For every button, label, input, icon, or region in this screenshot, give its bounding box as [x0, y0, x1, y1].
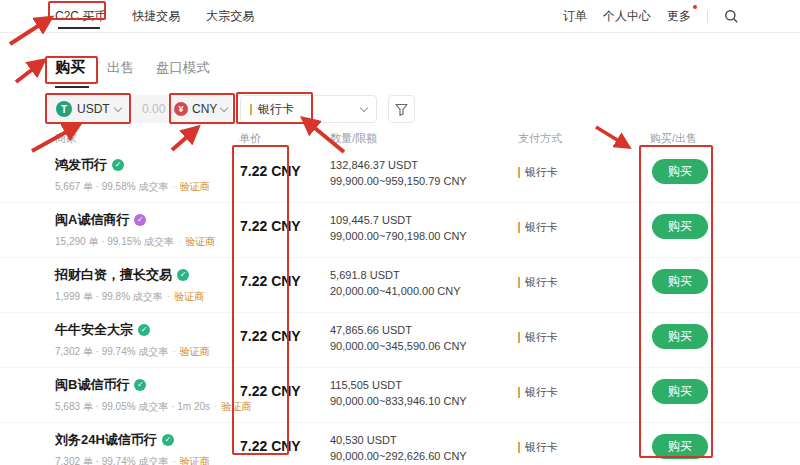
arrow-to-buy-tab	[16, 62, 42, 82]
yuan-icon: ¥	[174, 102, 188, 116]
buy-button[interactable]: 购买	[652, 379, 708, 404]
chevron-down-icon	[113, 103, 121, 111]
merchant-name[interactable]: 刘务24H诚信币行	[55, 431, 157, 449]
available-quantity: 115,505 USDT	[330, 377, 467, 393]
payment-method: 银行卡	[525, 220, 558, 235]
bank-card-icon	[518, 222, 520, 233]
available-quantity: 132,846.37 USDT	[330, 157, 467, 173]
order-limit: 90,000.00~833,946.10 CNY	[330, 393, 467, 409]
verified-badge-icon: ✓	[134, 214, 146, 226]
amount-filter: ¥ CNY	[132, 95, 232, 123]
bank-card-icon	[518, 442, 520, 453]
top-nav: C2C 买币 快捷交易 大宗交易 订单 个人中心 更多	[0, 0, 800, 33]
funnel-icon	[395, 103, 408, 116]
payment-cell: 银行卡	[518, 330, 558, 345]
available-quantity: 5,691.8 USDT	[330, 267, 461, 283]
nav-item-profile[interactable]: 个人中心	[603, 8, 651, 25]
tab-sell[interactable]: 出售	[107, 59, 134, 77]
qty-limit-cell: 40,530 USDT 90,000.00~292,626.60 CNY	[330, 432, 467, 464]
order-limit: 99,900.00~959,150.79 CNY	[330, 173, 467, 189]
merchant-verified-label: 验证商	[174, 291, 204, 302]
order-limit: 20,000.00~41,000.00 CNY	[330, 283, 461, 299]
header-price: 单价	[239, 131, 261, 146]
merchant-name[interactable]: 闽B诚信币行	[55, 376, 129, 394]
merchant-cell: 鸿发币行 ✓ 5,667 单 · 99.58% 成交率·验证商	[55, 156, 210, 194]
merchant-stats: 7,302 单 · 99.74% 成交率	[55, 456, 168, 465]
bank-card-icon	[518, 332, 520, 343]
order-limit: 90,000.00~345,590.06 CNY	[330, 338, 467, 354]
buy-button[interactable]: 购买	[652, 269, 708, 294]
tab-buy[interactable]: 购买	[55, 58, 85, 77]
merchant-stats: 1,999 单 · 99.8% 成交率	[55, 291, 163, 302]
buy-button[interactable]: 购买	[652, 434, 708, 459]
c2c-trading-page: C2C 买币 快捷交易 大宗交易 订单 个人中心 更多 购买 出售 盘口模式 T…	[0, 0, 800, 465]
qty-limit-cell: 109,445.7 USDT 99,000.00~790,198.00 CNY	[330, 212, 467, 244]
unit-price: 7.22 CNY	[240, 218, 301, 234]
verified-badge-icon: ✓	[112, 159, 124, 171]
merchant-name[interactable]: 招财白资，擅长交易	[55, 266, 172, 284]
payment-method: 银行卡	[525, 440, 558, 455]
payment-cell: 银行卡	[518, 440, 558, 455]
payment-select[interactable]: 银行卡	[240, 95, 377, 123]
tab-orderbook-mode[interactable]: 盘口模式	[156, 59, 210, 77]
payment-select-value: 银行卡	[258, 101, 294, 118]
merchant-name[interactable]: 闽A诚信商行	[55, 211, 129, 229]
merchant-stats: 7,302 单 · 99.74% 成交率	[55, 346, 168, 357]
merchant-verified-label: 验证商	[185, 236, 215, 247]
amount-input[interactable]	[140, 101, 174, 117]
header-payment: 支付方式	[518, 131, 562, 146]
available-quantity: 109,445.7 USDT	[330, 212, 467, 228]
payment-cell: 银行卡	[518, 275, 558, 290]
unit-price: 7.22 CNY	[240, 163, 301, 179]
buy-button[interactable]: 购买	[652, 159, 708, 184]
active-tab-indicator	[55, 86, 89, 88]
nav-item-c2c-buy[interactable]: C2C 买币	[55, 8, 106, 25]
header-qty-limit: 数量/限额	[330, 131, 377, 146]
active-nav-indicator	[58, 27, 100, 29]
available-quantity: 47,865.66 USDT	[330, 322, 467, 338]
order-limit: 90,000.00~292,626.60 CNY	[330, 448, 467, 464]
payment-method: 银行卡	[525, 275, 558, 290]
qty-limit-cell: 5,691.8 USDT 20,000.00~41,000.00 CNY	[330, 267, 461, 299]
table-row: 闽A诚信商行 ✓ 15,290 单 · 99.15% 成交率·验证商 7.22 …	[0, 203, 800, 258]
nav-item-block-trade[interactable]: 大宗交易	[206, 8, 254, 25]
header-buy-sell: 购买/出售	[650, 131, 697, 146]
qty-limit-cell: 115,505 USDT 90,000.00~833,946.10 CNY	[330, 377, 467, 409]
merchant-cell: 刘务24H诚信币行 ✓ 7,302 单 · 99.74% 成交率·验证商	[55, 431, 210, 465]
table-row: 刘务24H诚信币行 ✓ 7,302 单 · 99.74% 成交率·验证商 7.2…	[0, 423, 800, 465]
qty-limit-cell: 47,865.66 USDT 90,000.00~345,590.06 CNY	[330, 322, 467, 354]
merchant-verified-label: 验证商	[180, 346, 210, 357]
filter-button[interactable]	[388, 95, 415, 123]
merchant-verified-label: 验证商	[180, 456, 210, 465]
nav-item-express-trade[interactable]: 快捷交易	[132, 8, 180, 25]
fiat-select[interactable]: ¥ CNY	[174, 102, 227, 116]
search-icon[interactable]	[724, 9, 739, 24]
order-limit: 99,000.00~790,198.00 CNY	[330, 228, 467, 244]
header-merchant: 商家	[55, 131, 77, 146]
payment-method: 银行卡	[525, 385, 558, 400]
unit-price: 7.22 CNY	[240, 273, 301, 289]
qty-limit-cell: 132,846.37 USDT 99,900.00~959,150.79 CNY	[330, 157, 467, 189]
crypto-select[interactable]: T USDT	[48, 95, 129, 123]
verified-badge-icon: ✓	[138, 324, 150, 336]
merchant-stats: 5,683 单 · 99.05% 成交率 · 1m 20s	[55, 401, 210, 412]
nav-item-orders[interactable]: 订单	[563, 8, 587, 25]
merchant-stats: 5,667 单 · 99.58% 成交率	[55, 181, 168, 192]
merchant-cell: 牛牛安全大宗 ✓ 7,302 单 · 99.74% 成交率·验证商	[55, 321, 210, 359]
tether-icon: T	[56, 101, 72, 117]
payment-cell: 银行卡	[518, 165, 558, 180]
buy-button[interactable]: 购买	[652, 324, 708, 349]
verified-badge-icon: ✓	[134, 379, 146, 391]
payment-method: 银行卡	[525, 165, 558, 180]
unit-price: 7.22 CNY	[240, 438, 301, 454]
nav-right: 订单 个人中心 更多	[563, 0, 739, 33]
merchant-name[interactable]: 鸿发币行	[55, 156, 107, 174]
buy-button[interactable]: 购买	[652, 214, 708, 239]
merchant-name[interactable]: 牛牛安全大宗	[55, 321, 133, 339]
merchant-cell: 闽A诚信商行 ✓ 15,290 单 · 99.15% 成交率·验证商	[55, 211, 215, 249]
chevron-down-icon	[220, 103, 228, 111]
bank-card-icon	[518, 387, 520, 398]
table-header: 商家 单价 数量/限额 支付方式 购买/出售	[0, 131, 800, 147]
nav-item-more[interactable]: 更多	[667, 8, 691, 25]
bank-card-icon	[518, 167, 520, 178]
